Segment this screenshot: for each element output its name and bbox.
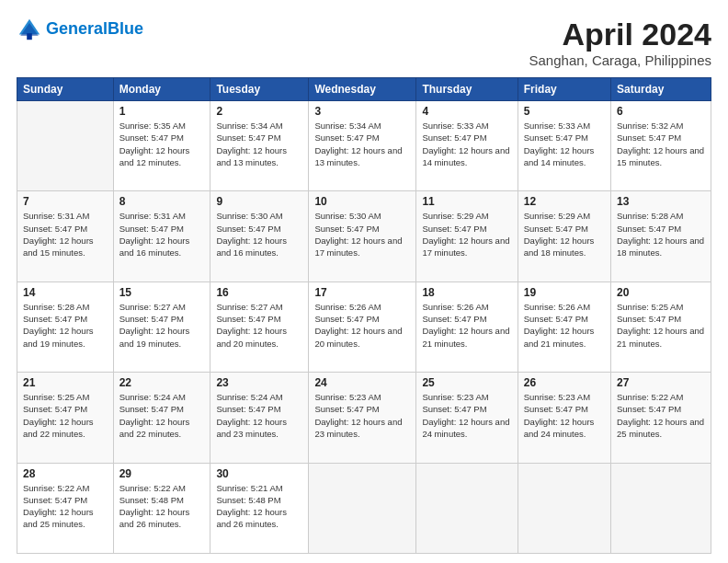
day-info: Sunrise: 5:23 AM Sunset: 5:47 PM Dayligh…: [422, 391, 511, 440]
day-number: 6: [617, 105, 705, 118]
calendar-cell: 4Sunrise: 5:33 AM Sunset: 5:47 PM Daylig…: [416, 101, 518, 191]
day-info: Sunrise: 5:30 AM Sunset: 5:47 PM Dayligh…: [216, 210, 302, 259]
day-info: Sunrise: 5:31 AM Sunset: 5:47 PM Dayligh…: [119, 210, 205, 259]
day-info: Sunrise: 5:29 AM Sunset: 5:47 PM Dayligh…: [422, 210, 511, 259]
calendar-cell: 25Sunrise: 5:23 AM Sunset: 5:47 PM Dayli…: [416, 373, 518, 463]
calendar-cell: 17Sunrise: 5:26 AM Sunset: 5:47 PM Dayli…: [309, 282, 416, 372]
day-number: 23: [216, 376, 302, 389]
day-number: 30: [216, 467, 302, 480]
calendar-cell: [17, 101, 114, 191]
day-number: 26: [524, 376, 605, 389]
calendar-cell: 18Sunrise: 5:26 AM Sunset: 5:47 PM Dayli…: [416, 282, 518, 372]
day-info: Sunrise: 5:27 AM Sunset: 5:47 PM Dayligh…: [216, 301, 302, 350]
day-number: 11: [422, 195, 511, 208]
day-info: Sunrise: 5:28 AM Sunset: 5:47 PM Dayligh…: [23, 301, 108, 350]
day-info: Sunrise: 5:24 AM Sunset: 5:47 PM Dayligh…: [119, 391, 205, 440]
day-number: 25: [422, 376, 511, 389]
day-info: Sunrise: 5:23 AM Sunset: 5:47 PM Dayligh…: [524, 391, 605, 440]
calendar-cell: 10Sunrise: 5:30 AM Sunset: 5:47 PM Dayli…: [309, 191, 416, 282]
day-info: Sunrise: 5:27 AM Sunset: 5:47 PM Dayligh…: [119, 301, 205, 350]
day-info: Sunrise: 5:21 AM Sunset: 5:48 PM Dayligh…: [216, 482, 302, 531]
day-number: 27: [617, 376, 705, 389]
day-info: Sunrise: 5:33 AM Sunset: 5:47 PM Dayligh…: [422, 120, 511, 168]
day-number: 20: [617, 286, 705, 299]
calendar-cell: 28Sunrise: 5:22 AM Sunset: 5:47 PM Dayli…: [17, 463, 114, 553]
calendar-week-row: 1Sunrise: 5:35 AM Sunset: 5:47 PM Daylig…: [17, 101, 711, 191]
day-number: 9: [216, 195, 302, 208]
calendar-cell: 11Sunrise: 5:29 AM Sunset: 5:47 PM Dayli…: [416, 191, 518, 282]
calendar-cell: 7Sunrise: 5:31 AM Sunset: 5:47 PM Daylig…: [17, 191, 114, 282]
main-title: April 2024: [529, 17, 711, 52]
day-number: 5: [524, 105, 605, 118]
day-info: Sunrise: 5:22 AM Sunset: 5:47 PM Dayligh…: [617, 391, 705, 440]
day-info: Sunrise: 5:22 AM Sunset: 5:48 PM Dayligh…: [119, 482, 205, 531]
weekday-header: Thursday: [416, 78, 518, 101]
logo-general: General: [46, 19, 108, 38]
day-info: Sunrise: 5:30 AM Sunset: 5:47 PM Dayligh…: [314, 210, 410, 259]
day-number: 15: [119, 286, 205, 299]
weekday-header: Saturday: [611, 78, 711, 101]
calendar-cell: 19Sunrise: 5:26 AM Sunset: 5:47 PM Dayli…: [518, 282, 610, 372]
calendar-cell: 5Sunrise: 5:33 AM Sunset: 5:47 PM Daylig…: [518, 101, 610, 191]
calendar-cell: 14Sunrise: 5:28 AM Sunset: 5:47 PM Dayli…: [17, 282, 114, 372]
day-info: Sunrise: 5:25 AM Sunset: 5:47 PM Dayligh…: [617, 301, 705, 350]
day-number: 12: [524, 195, 605, 208]
day-number: 28: [23, 467, 108, 480]
day-number: 3: [314, 105, 410, 118]
day-info: Sunrise: 5:26 AM Sunset: 5:47 PM Dayligh…: [524, 301, 605, 350]
calendar-cell: 22Sunrise: 5:24 AM Sunset: 5:47 PM Dayli…: [113, 373, 210, 463]
weekday-header: Sunday: [17, 78, 114, 101]
calendar-cell: 9Sunrise: 5:30 AM Sunset: 5:47 PM Daylig…: [210, 191, 309, 282]
day-number: 21: [23, 376, 108, 389]
weekday-header: Monday: [113, 78, 210, 101]
day-number: 8: [119, 195, 205, 208]
calendar-week-row: 21Sunrise: 5:25 AM Sunset: 5:47 PM Dayli…: [17, 373, 711, 463]
subtitle: Sanghan, Caraga, Philippines: [529, 52, 711, 68]
calendar-cell: 13Sunrise: 5:28 AM Sunset: 5:47 PM Dayli…: [611, 191, 711, 282]
calendar-cell: 2Sunrise: 5:34 AM Sunset: 5:47 PM Daylig…: [210, 101, 309, 191]
calendar-cell: 26Sunrise: 5:23 AM Sunset: 5:47 PM Dayli…: [518, 373, 610, 463]
calendar-cell: 21Sunrise: 5:25 AM Sunset: 5:47 PM Dayli…: [17, 373, 114, 463]
logo-text: GeneralBlue: [46, 20, 143, 39]
day-number: 24: [314, 376, 410, 389]
day-number: 16: [216, 286, 302, 299]
day-number: 13: [617, 195, 705, 208]
day-info: Sunrise: 5:35 AM Sunset: 5:47 PM Dayligh…: [119, 120, 205, 168]
day-number: 22: [119, 376, 205, 389]
day-number: 2: [216, 105, 302, 118]
day-number: 7: [23, 195, 108, 208]
calendar-cell: [416, 463, 518, 553]
calendar-week-row: 7Sunrise: 5:31 AM Sunset: 5:47 PM Daylig…: [17, 191, 711, 282]
header: GeneralBlue April 2024 Sanghan, Caraga, …: [17, 17, 711, 68]
day-number: 17: [314, 286, 410, 299]
day-info: Sunrise: 5:22 AM Sunset: 5:47 PM Dayligh…: [23, 482, 108, 531]
calendar-week-row: 28Sunrise: 5:22 AM Sunset: 5:47 PM Dayli…: [17, 463, 711, 553]
day-info: Sunrise: 5:31 AM Sunset: 5:47 PM Dayligh…: [23, 210, 108, 259]
day-number: 1: [119, 105, 205, 118]
day-number: 19: [524, 286, 605, 299]
calendar-table: SundayMondayTuesdayWednesdayThursdayFrid…: [17, 77, 711, 554]
day-info: Sunrise: 5:29 AM Sunset: 5:47 PM Dayligh…: [524, 210, 605, 259]
day-info: Sunrise: 5:24 AM Sunset: 5:47 PM Dayligh…: [216, 391, 302, 440]
weekday-header: Friday: [518, 78, 610, 101]
day-info: Sunrise: 5:28 AM Sunset: 5:47 PM Dayligh…: [617, 210, 705, 259]
calendar-cell: 29Sunrise: 5:22 AM Sunset: 5:48 PM Dayli…: [113, 463, 210, 553]
calendar-cell: 1Sunrise: 5:35 AM Sunset: 5:47 PM Daylig…: [113, 101, 210, 191]
calendar-page: GeneralBlue April 2024 Sanghan, Caraga, …: [0, 0, 728, 563]
day-info: Sunrise: 5:32 AM Sunset: 5:47 PM Dayligh…: [617, 120, 705, 168]
calendar-cell: 3Sunrise: 5:34 AM Sunset: 5:47 PM Daylig…: [309, 101, 416, 191]
calendar-cell: 20Sunrise: 5:25 AM Sunset: 5:47 PM Dayli…: [611, 282, 711, 372]
calendar-cell: 15Sunrise: 5:27 AM Sunset: 5:47 PM Dayli…: [113, 282, 210, 372]
calendar-cell: 6Sunrise: 5:32 AM Sunset: 5:47 PM Daylig…: [611, 101, 711, 191]
calendar-cell: 30Sunrise: 5:21 AM Sunset: 5:48 PM Dayli…: [210, 463, 309, 553]
day-info: Sunrise: 5:26 AM Sunset: 5:47 PM Dayligh…: [314, 301, 410, 350]
day-number: 4: [422, 105, 511, 118]
day-number: 18: [422, 286, 511, 299]
day-info: Sunrise: 5:33 AM Sunset: 5:47 PM Dayligh…: [524, 120, 605, 168]
svg-rect-2: [27, 33, 32, 40]
day-info: Sunrise: 5:34 AM Sunset: 5:47 PM Dayligh…: [216, 120, 302, 168]
day-info: Sunrise: 5:25 AM Sunset: 5:47 PM Dayligh…: [23, 391, 108, 440]
calendar-cell: 8Sunrise: 5:31 AM Sunset: 5:47 PM Daylig…: [113, 191, 210, 282]
header-row: SundayMondayTuesdayWednesdayThursdayFrid…: [17, 78, 711, 101]
calendar-cell: 27Sunrise: 5:22 AM Sunset: 5:47 PM Dayli…: [611, 373, 711, 463]
